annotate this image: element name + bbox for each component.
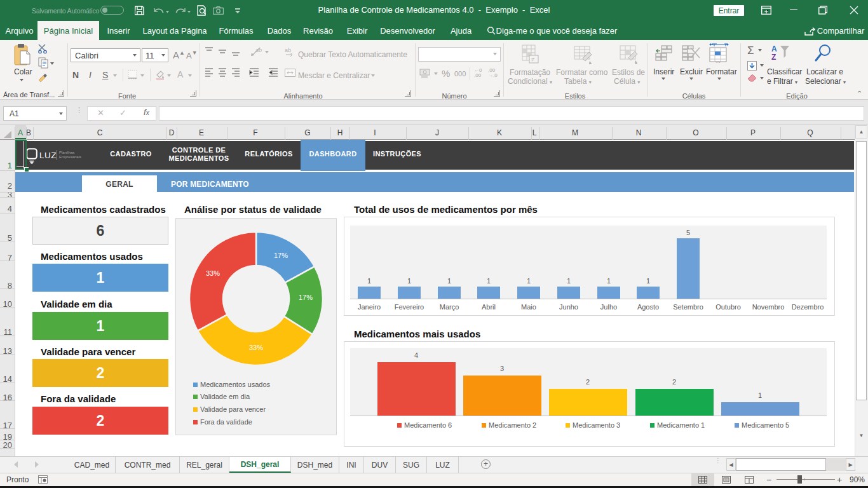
svg-text:ab: ab bbox=[255, 47, 262, 53]
svg-text:ab: ab bbox=[285, 47, 291, 53]
svg-text:Z: Z bbox=[771, 53, 776, 60]
svg-text:A: A bbox=[771, 44, 777, 53]
svg-text:≠: ≠ bbox=[531, 56, 535, 63]
